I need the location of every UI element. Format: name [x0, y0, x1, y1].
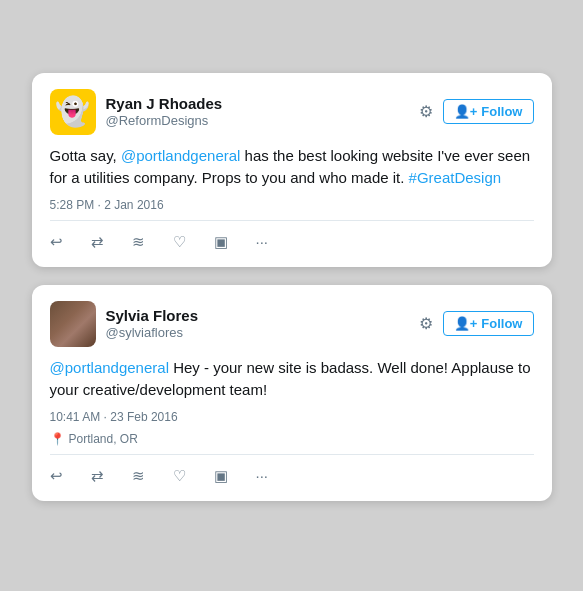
media-icon-1[interactable]: ▣ [214, 233, 228, 251]
location-text: Portland, OR [69, 432, 138, 446]
person-add-icon-1: 👤+ [454, 104, 478, 119]
tweet-timestamp-2: 10:41 AM · 23 Feb 2016 [50, 410, 534, 424]
sylvia-avatar-image [50, 301, 96, 347]
tweet-card-1: 👻 Ryan J Rhoades @ReformDesigns ⚙ 👤+ Fol… [32, 73, 552, 267]
tweet-timestamp-1: 5:28 PM · 2 Jan 2016 [50, 198, 534, 212]
follow-label-1: Follow [481, 104, 522, 119]
header-actions-2: ⚙ 👤+ Follow [419, 311, 534, 336]
tweet-actions-2: ↩ ⇄ ≋ ♡ ▣ ··· [50, 463, 534, 485]
avatar-ryan: 👻 [50, 89, 96, 135]
retweet-icon-1[interactable]: ⇄ [91, 233, 104, 251]
user-info-sylvia: Sylvia Flores @sylviaflores [106, 307, 419, 341]
heart-icon-1[interactable]: ♡ [173, 233, 186, 251]
follow-label-2: Follow [481, 316, 522, 331]
more-icon-1[interactable]: ··· [256, 233, 269, 250]
tweet-header-1: 👻 Ryan J Rhoades @ReformDesigns ⚙ 👤+ Fol… [50, 89, 534, 135]
mention-portlandgeneral-1[interactable]: @portlandgeneral [121, 147, 240, 164]
divider-1 [50, 220, 534, 221]
divider-2 [50, 454, 534, 455]
gear-icon-2[interactable]: ⚙ [419, 314, 433, 333]
follow-button-1[interactable]: 👤+ Follow [443, 99, 534, 124]
user-info-ryan: Ryan J Rhoades @ReformDesigns [106, 95, 419, 129]
share-icon-1[interactable]: ≋ [132, 233, 145, 251]
media-icon-2[interactable]: ▣ [214, 467, 228, 485]
user-handle-ryan: @ReformDesigns [106, 113, 419, 129]
hashtag-greatdesign[interactable]: #GreatDesign [409, 169, 502, 186]
tweet-header-2: Sylvia Flores @sylviaflores ⚙ 👤+ Follow [50, 301, 534, 347]
gear-icon-1[interactable]: ⚙ [419, 102, 433, 121]
reply-icon-2[interactable]: ↩ [50, 467, 63, 485]
follow-button-2[interactable]: 👤+ Follow [443, 311, 534, 336]
user-name-ryan: Ryan J Rhoades [106, 95, 419, 113]
tweet-location: 📍 Portland, OR [50, 432, 534, 446]
mention-portlandgeneral-2[interactable]: @portlandgeneral [50, 359, 169, 376]
ryan-avatar-icon: 👻 [55, 98, 90, 126]
tweet-actions-1: ↩ ⇄ ≋ ♡ ▣ ··· [50, 229, 534, 251]
tweet-text-2: @portlandgeneral Hey - your new site is … [50, 357, 534, 402]
person-add-icon-2: 👤+ [454, 316, 478, 331]
retweet-icon-2[interactable]: ⇄ [91, 467, 104, 485]
user-handle-sylvia: @sylviaflores [106, 325, 419, 341]
location-pin-icon: 📍 [50, 432, 65, 446]
more-icon-2[interactable]: ··· [256, 467, 269, 484]
user-name-sylvia: Sylvia Flores [106, 307, 419, 325]
share-icon-2[interactable]: ≋ [132, 467, 145, 485]
tweet-text-1: Gotta say, @portlandgeneral has the best… [50, 145, 534, 190]
avatar-sylvia [50, 301, 96, 347]
reply-icon-1[interactable]: ↩ [50, 233, 63, 251]
header-actions-1: ⚙ 👤+ Follow [419, 99, 534, 124]
heart-icon-2[interactable]: ♡ [173, 467, 186, 485]
tweet-card-2: Sylvia Flores @sylviaflores ⚙ 👤+ Follow … [32, 285, 552, 501]
